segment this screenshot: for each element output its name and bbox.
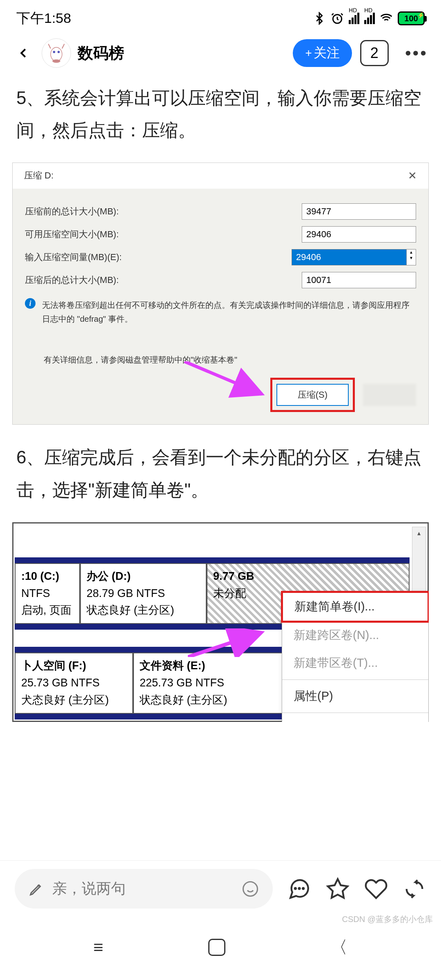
- close-icon[interactable]: ✕: [408, 169, 417, 182]
- article-body: 5、系统会计算出可以压缩空间，输入你需要压缩空间，然后点击：压缩。: [0, 82, 441, 146]
- star-icon[interactable]: [326, 877, 350, 901]
- bluetooth-icon: [313, 12, 326, 25]
- watermark: CSDN @蓝多多的小仓库: [342, 914, 433, 925]
- author-avatar[interactable]: [42, 38, 71, 68]
- menu-help[interactable]: 帮助(H): [282, 715, 428, 722]
- shrink-dialog: 压缩 D: ✕ 压缩前的总计大小(MB): 39477 可用压缩空间大小(MB)…: [12, 163, 429, 425]
- svg-point-4: [52, 59, 60, 62]
- svg-point-9: [299, 888, 300, 889]
- value-available: 29406: [302, 226, 416, 243]
- label-size-after: 压缩后的总计大小(MB):: [25, 274, 119, 286]
- partition-f[interactable]: 卜人空间 (F:) 25.73 GB NTFS 犬态良好 (主分区): [15, 653, 133, 714]
- svg-point-7: [243, 882, 258, 896]
- more-button[interactable]: •••: [405, 43, 428, 63]
- nav-back-icon[interactable]: 〈: [330, 936, 347, 959]
- app-header: 数码榜 +关注 2 •••: [0, 32, 441, 76]
- status-icons: 100⚡: [313, 11, 425, 25]
- signal-2-icon: [364, 13, 375, 24]
- svg-point-2: [53, 51, 56, 53]
- context-menu: 新建简单卷(I)... 新建跨区卷(N)... 新建带区卷(T)... 属性(P…: [282, 592, 429, 722]
- svg-point-8: [295, 888, 296, 889]
- heart-icon[interactable]: [364, 877, 388, 901]
- dialog-title: 压缩 D:: [24, 169, 53, 182]
- alarm-icon: [331, 12, 344, 25]
- disk-management: :10 (C:) NTFS 启动, 页面 办公 (D:) 28.79 GB NT…: [12, 522, 429, 722]
- share-icon[interactable]: [403, 877, 426, 901]
- info-text: 无法将卷压缩到超出任何不可移动的文件所在的点。有关完成该操作时间的详细信息，请参…: [42, 298, 416, 326]
- label-size-before: 压缩前的总计大小(MB):: [25, 205, 119, 218]
- smile-icon[interactable]: [242, 880, 259, 898]
- author-name[interactable]: 数码榜: [78, 43, 285, 64]
- signal-1-icon: [349, 13, 359, 24]
- cancel-button-blurred: [363, 384, 416, 406]
- shrink-button[interactable]: 压缩(S): [276, 384, 349, 406]
- status-bar: 下午1:58 100⚡: [0, 0, 441, 32]
- annotation-arrow-icon: [184, 361, 270, 402]
- nav-menu-icon[interactable]: ≡: [94, 938, 104, 957]
- partition-d[interactable]: 办公 (D:) 28.79 GB NTFS 状态良好 (主分区): [80, 563, 207, 624]
- menu-new-simple-volume[interactable]: 新建简单卷(I)...: [281, 591, 429, 623]
- menu-properties[interactable]: 属性(P): [282, 682, 428, 710]
- svg-line-5: [184, 361, 262, 394]
- svg-point-1: [51, 47, 62, 61]
- article-body-2: 6、压缩完成后，会看到一个未分配的分区，右键点击，选择"新建简单卷"。: [0, 441, 441, 506]
- menu-new-striped-volume: 新建带区卷(T)...: [282, 649, 428, 677]
- follow-button[interactable]: +关注: [293, 39, 352, 67]
- bottom-action-bar: 亲，说两句: [0, 860, 441, 917]
- menu-new-spanned-volume: 新建跨区卷(N)...: [282, 621, 428, 649]
- comments-icon[interactable]: [287, 877, 311, 901]
- step-5-text: 5、系统会计算出可以压缩空间，输入你需要压缩空间，然后点击：压缩。: [16, 82, 425, 146]
- system-nav-bar: ≡ 〈: [0, 927, 441, 980]
- label-available: 可用压缩空间大小(MB):: [25, 228, 119, 241]
- label-shrink-amount: 输入压缩空间量(MB)(E):: [25, 251, 122, 263]
- info-icon: i: [25, 298, 36, 309]
- spinner-down-icon[interactable]: ▼: [407, 255, 416, 261]
- shrink-amount-input[interactable]: 29406 ▲▼: [292, 249, 416, 265]
- nav-home-icon[interactable]: [208, 939, 225, 956]
- value-size-after: 10071: [302, 272, 416, 288]
- status-time: 下午1:58: [16, 9, 71, 28]
- highlight-box: 压缩(S): [270, 378, 355, 412]
- partition-c[interactable]: :10 (C:) NTFS 启动, 页面: [15, 563, 80, 624]
- back-button[interactable]: [13, 43, 33, 63]
- step-6-text: 6、压缩完成后，会看到一个未分配的分区，右键点击，选择"新建简单卷"。: [16, 441, 425, 506]
- value-size-before: 39477: [302, 203, 416, 220]
- page-count[interactable]: 2: [360, 40, 389, 66]
- svg-point-10: [303, 888, 304, 889]
- comment-input[interactable]: 亲，说两句: [15, 869, 273, 909]
- battery-icon: 100⚡: [398, 11, 425, 25]
- wifi-icon: [380, 12, 393, 25]
- pencil-icon: [29, 881, 44, 897]
- more-info-text: 有关详细信息，请参阅磁盘管理帮助中的"收缩基本卷": [44, 354, 416, 365]
- svg-point-3: [58, 51, 60, 53]
- spinner-up-icon[interactable]: ▲: [407, 249, 416, 255]
